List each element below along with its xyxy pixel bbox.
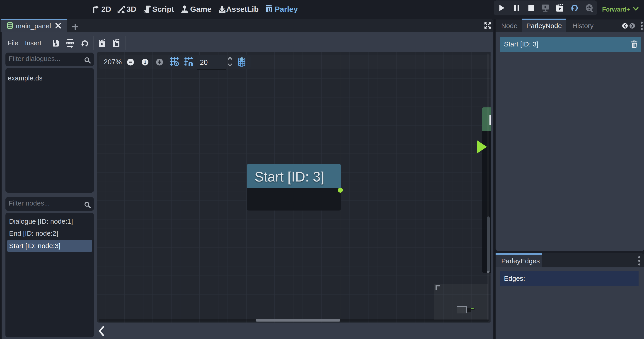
svg-text:1: 1 (144, 59, 146, 65)
